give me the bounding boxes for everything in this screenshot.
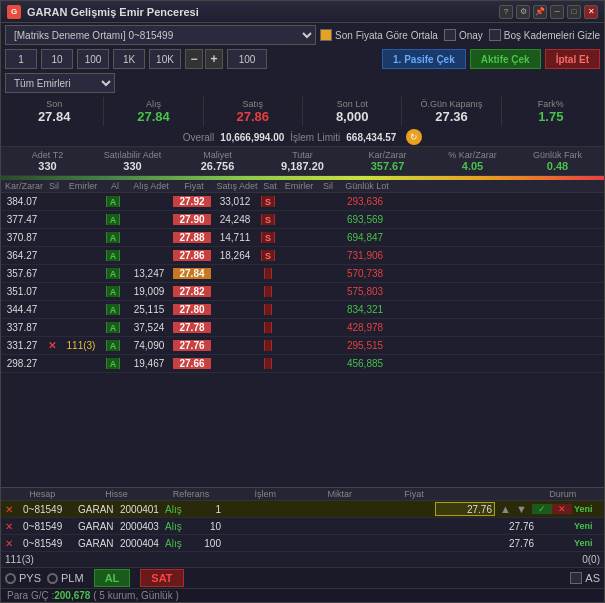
order-row[interactable]: 357.67 A 13,247 27.84 570,738 — [1, 265, 604, 283]
up-arrow[interactable]: ▲ — [500, 503, 516, 515]
qty-btn-1k[interactable]: 1K — [113, 49, 145, 69]
cell-al[interactable]: A — [101, 268, 125, 279]
down-arrow[interactable]: ▼ — [516, 503, 532, 515]
cell-sil[interactable]: ✕ — [43, 340, 61, 351]
fiyat-input[interactable] — [435, 502, 495, 516]
cell-sat[interactable] — [259, 268, 277, 279]
cell-al[interactable]: A — [101, 196, 125, 207]
cell-al[interactable]: A — [101, 250, 125, 261]
islem-cell: Alış — [163, 538, 193, 549]
pasife-cek-btn[interactable]: 1. Pasife Çek — [382, 49, 466, 69]
cell-alis-adet: 13,247 — [125, 268, 173, 279]
cell-sat[interactable] — [259, 358, 277, 369]
islem-value: 668,434.57 — [346, 132, 396, 143]
order-row[interactable]: 344.47 A 25,115 27.80 834,321 — [1, 301, 604, 319]
cell-al[interactable]: A — [101, 214, 125, 225]
pct-value: 4.05 — [462, 160, 483, 172]
cell-satis-adet: 24,248 — [211, 214, 259, 225]
cell-sat[interactable] — [259, 304, 277, 315]
sat-btn[interactable]: SAT — [140, 569, 183, 587]
qty-btn-10k[interactable]: 10K — [149, 49, 181, 69]
plus-btn[interactable]: + — [205, 49, 223, 69]
filter-dropdown[interactable]: Tüm Emirleri — [5, 73, 115, 93]
cell-satis-adet: 14,711 — [211, 232, 259, 243]
detail-row[interactable]: ✕ 0~81549 GARAN 2000403 Alış 10 27.76 Ye… — [1, 518, 604, 535]
cell-al[interactable]: A — [101, 286, 125, 297]
cell-sat[interactable] — [259, 286, 277, 297]
al-btn[interactable]: AL — [94, 569, 131, 587]
as-checkbox[interactable]: AS — [570, 572, 600, 584]
cb-son-fiyat[interactable]: Son Fiyata Göre Ortala — [320, 29, 438, 41]
para-value: 200,678 — [54, 590, 90, 601]
confirm-btn[interactable]: ✓ — [532, 504, 552, 514]
stat-alis-value: 27.84 — [137, 109, 170, 124]
order-row[interactable]: 370.87 A 27.88 14,711 S 694,847 — [1, 229, 604, 247]
pin-btn[interactable]: 📌 — [533, 5, 547, 19]
order-row[interactable]: 351.07 A 19,009 27.82 575,803 — [1, 283, 604, 301]
del-btn[interactable]: ✕ — [3, 504, 21, 515]
help-btn[interactable]: ? — [499, 5, 513, 19]
progress-bar — [1, 176, 604, 180]
order-row[interactable]: 384.07 A 27.92 33,012 S 293,636 — [1, 193, 604, 211]
cell-fiyat[interactable]: 27.76 — [173, 340, 211, 351]
cell-fiyat[interactable]: 27.80 — [173, 304, 211, 315]
cancel-small-btn[interactable]: ✕ — [552, 504, 572, 514]
cell-sat[interactable]: S — [259, 232, 277, 243]
overall-value: 10,666,994.00 — [220, 132, 284, 143]
matrix-dropdown[interactable]: [Matriks Deneme Ortamı] 0~815499 — [5, 25, 316, 45]
order-row[interactable]: 364.27 A 27.86 18,264 S 731,906 — [1, 247, 604, 265]
settings-btn[interactable]: ⚙ — [516, 5, 530, 19]
iptal-et-btn[interactable]: İptal Et — [545, 49, 600, 69]
minus-btn[interactable]: − — [185, 49, 203, 69]
cell-fiyat[interactable]: 27.66 — [173, 358, 211, 369]
islem-cell: Alış — [163, 504, 193, 515]
qty-btn-1[interactable]: 1 — [5, 49, 37, 69]
plus-minus-group: − + — [185, 49, 223, 69]
stat-fark: Fark% 1.75 — [502, 97, 600, 126]
order-row[interactable]: 331.27 ✕ 111(3) A 74,090 27.76 295,515 — [1, 337, 604, 355]
cell-fiyat[interactable]: 27.88 — [173, 232, 211, 243]
order-row[interactable]: 298.27 A 19,467 27.66 456,885 — [1, 355, 604, 373]
del-btn[interactable]: ✕ — [3, 521, 21, 532]
cell-al[interactable]: A — [101, 232, 125, 243]
para-label: Para G/Ç : — [7, 590, 54, 601]
islem-label: İşlem Limiti — [290, 132, 340, 143]
th-sil: Sil — [45, 181, 63, 191]
qty-btn-10[interactable]: 10 — [41, 49, 73, 69]
aktife-cek-btn[interactable]: Aktife Çek — [470, 49, 541, 69]
close-btn[interactable]: ✕ — [584, 5, 598, 19]
order-row[interactable]: 337.87 A 37,524 27.78 428,978 — [1, 319, 604, 337]
cell-fiyat[interactable]: 27.84 — [173, 268, 211, 279]
detail-row[interactable]: ✕ 0~81549 GARAN 2000401 Alış 1 ▲ ▼ ✓ ✕ Y… — [1, 501, 604, 518]
overall-label: Overall — [183, 132, 215, 143]
maximize-btn[interactable]: □ — [567, 5, 581, 19]
cell-fiyat[interactable]: 27.90 — [173, 214, 211, 225]
para-suffix: ( 5 kurum, Günlük ) — [93, 590, 179, 601]
cell-al[interactable]: A — [101, 358, 125, 369]
detail-row[interactable]: ✕ 0~81549 GARAN 2000404 Alış 100 27.76 Y… — [1, 535, 604, 552]
cell-sat[interactable]: S — [259, 214, 277, 225]
cell-sat[interactable] — [259, 322, 277, 333]
cell-al[interactable]: A — [101, 304, 125, 315]
cell-al[interactable]: A — [101, 340, 125, 351]
cell-fiyat[interactable]: 27.78 — [173, 322, 211, 333]
minimize-btn[interactable]: ─ — [550, 5, 564, 19]
cb-bos-box — [489, 29, 501, 41]
cell-fiyat[interactable]: 27.82 — [173, 286, 211, 297]
cb-onay[interactable]: Onay — [444, 29, 483, 41]
cell-sat[interactable]: S — [259, 196, 277, 207]
cell-fiyat[interactable]: 27.92 — [173, 196, 211, 207]
cb-bos[interactable]: Boş Kademeleri Gizle — [489, 29, 600, 41]
qty-input[interactable] — [227, 49, 267, 69]
cell-sat[interactable]: S — [259, 250, 277, 261]
maliyet-label: Maliyet — [203, 150, 232, 160]
radio-plm[interactable]: PLM — [47, 572, 84, 584]
cell-fiyat[interactable]: 27.86 — [173, 250, 211, 261]
refresh-btn[interactable]: ↻ — [406, 129, 422, 145]
order-row[interactable]: 377.47 A 27.90 24,248 S 693,569 — [1, 211, 604, 229]
radio-pys[interactable]: PYS — [5, 572, 41, 584]
cell-sat[interactable] — [259, 340, 277, 351]
cell-al[interactable]: A — [101, 322, 125, 333]
qty-btn-100[interactable]: 100 — [77, 49, 109, 69]
del-btn[interactable]: ✕ — [3, 538, 21, 549]
